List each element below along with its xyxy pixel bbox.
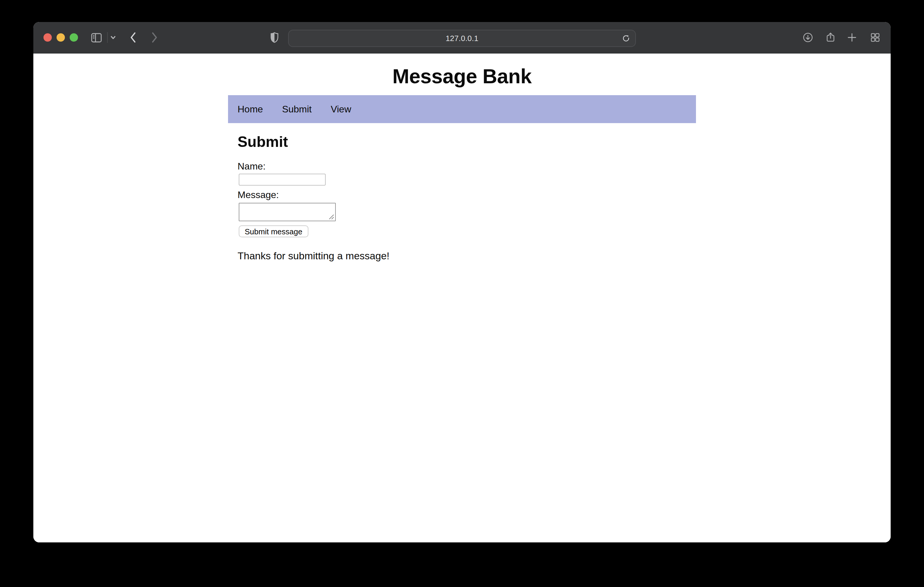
message-textarea-wrap [239,203,336,221]
nav-link-submit[interactable]: Submit [282,104,312,115]
message-textarea[interactable] [239,203,336,221]
chevron-left-icon [127,31,140,44]
share-button[interactable] [823,30,838,44]
sidebar-panel-icon [90,31,103,44]
nav-bar: Home Submit View [228,95,696,123]
nav-link-home[interactable]: Home [238,104,263,115]
circular-arrow-icon [621,34,630,43]
sidebar-toggle-button[interactable] [89,30,104,44]
nav-link-view[interactable]: View [331,104,351,115]
name-label: Name: [238,161,696,172]
share-up-arrow-icon [825,31,837,43]
close-button[interactable] [43,33,52,42]
main-content: Submit Name: Message: Submit message Tha… [228,135,696,262]
back-button[interactable] [126,30,140,44]
sidebar-menu-button[interactable] [106,30,120,44]
address-bar-url: 127.0.0.1 [446,34,478,43]
fullscreen-button[interactable] [70,33,78,42]
shield-half-icon [268,31,281,44]
privacy-report-button[interactable] [267,30,282,44]
chevron-right-icon [148,31,161,44]
new-tab-button[interactable] [845,30,859,44]
grid-2x2-icon [869,31,881,43]
desktop-backdrop: 127.0.0.1 [0,0,924,587]
downloads-button[interactable] [801,30,815,44]
reload-button[interactable] [619,32,632,45]
arrow-down-circle-icon [802,31,814,43]
name-input[interactable] [239,174,326,186]
traffic-lights [43,33,80,42]
minimize-button[interactable] [56,33,65,42]
submit-message-button[interactable]: Submit message [239,225,309,237]
tab-overview-button[interactable] [868,30,882,44]
address-bar[interactable]: 127.0.0.1 [288,30,636,47]
browser-window: 127.0.0.1 [33,22,891,543]
confirmation-text: Thanks for submitting a message! [238,250,696,262]
plus-icon [846,31,858,43]
chevron-down-icon [109,33,117,42]
page-title: Message Bank [33,65,891,88]
forward-button[interactable] [147,30,161,44]
web-page: Message Bank Home Submit View Submit Nam… [33,65,891,543]
browser-toolbar: 127.0.0.1 [33,22,891,54]
section-heading: Submit [238,135,696,149]
message-label: Message: [238,189,696,201]
